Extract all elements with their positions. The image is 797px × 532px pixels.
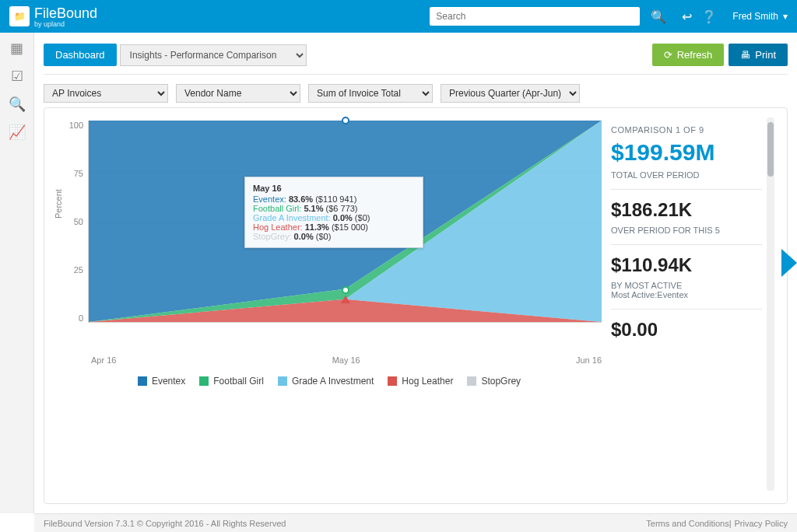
tooltip-row: Grade A Investment: 0.0% ($0) — [253, 213, 415, 222]
stat-label: TOTAL OVER PERIOD — [611, 170, 762, 180]
stat-detail: Most Active:Eventex — [611, 290, 762, 299]
data-point-marker[interactable] — [342, 286, 349, 294]
chart-column: Percent 100 75 50 25 0 — [57, 117, 602, 491]
search-icon[interactable]: 🔍 — [651, 9, 666, 24]
refresh-icon: ⟳ — [664, 49, 672, 61]
left-sidebar: ▦ ☑ 🔍 📈 — [0, 33, 34, 513]
print-icon: 🖶 — [740, 49, 750, 61]
brand: 📁 FileBound by upland — [9, 5, 97, 28]
stat-label: BY MOST ACTIVE — [611, 281, 762, 290]
chart-tooltip: May 16 Eventex: 83.6% ($110 941)Football… — [244, 177, 423, 248]
stat-value: $199.59M — [611, 139, 762, 166]
legend-item[interactable]: Hog Leather — [388, 376, 453, 387]
chevron-down-icon: ▾ — [783, 11, 788, 22]
plot[interactable]: May 16 Eventex: 83.6% ($110 941)Football… — [88, 121, 602, 323]
filter-period[interactable]: Previous Quarter (Apr-Jun) — [441, 84, 580, 103]
app-header: 📁 FileBound by upland 🔍 ↩ ❔ Fred Smith ▾ — [0, 0, 797, 33]
y-axis-label: Percent — [54, 189, 63, 219]
tooltip-row: Hog Leather: 11.3% ($15 000) — [253, 222, 415, 232]
comparison-header: COMPARISON 1 OF 9 — [611, 125, 762, 135]
legend: Eventex Football Girl Grade A Investment… — [57, 376, 602, 387]
sidebar-search-icon[interactable]: 🔍 — [8, 95, 26, 114]
scrollbar[interactable] — [767, 117, 774, 491]
x-axis: Apr 16 May 16 Jun 16 — [91, 355, 602, 365]
tooltip-row: Football Girl: 5.1% ($6 773) — [253, 204, 415, 213]
legend-item[interactable]: Grade A Investment — [278, 376, 374, 387]
print-button[interactable]: 🖶 Print — [729, 44, 788, 66]
y-axis: 100 75 50 25 0 — [57, 121, 88, 323]
tooltip-row: StopGrey: 0.0% ($0) — [253, 232, 415, 241]
scrollbar-thumb[interactable] — [767, 122, 774, 177]
search-wrap: 🔍 ↩ — [430, 7, 697, 26]
footer-copyright: FileBound Version 7.3.1 © Copyright 2016… — [44, 519, 286, 528]
dashboard-button[interactable]: Dashboard — [44, 44, 117, 66]
search-input[interactable] — [430, 7, 640, 26]
toolbar: Dashboard Insights - Performance Compari… — [44, 33, 788, 75]
stat-value: $186.21K — [611, 199, 762, 221]
sidebar-checkbox-icon[interactable]: ☑ — [8, 67, 26, 86]
stat-value: $0.00 — [611, 319, 762, 341]
legend-item[interactable]: Eventex — [138, 376, 185, 387]
filter-dataset[interactable]: AP Invoices — [44, 84, 168, 103]
stats: COMPARISON 1 OF 9 $199.59M TOTAL OVER PE… — [611, 117, 762, 491]
tooltip-title: May 16 — [253, 184, 415, 193]
legend-item[interactable]: Football Girl — [199, 376, 264, 387]
undo-icon[interactable]: ↩ — [682, 9, 692, 24]
brand-sub: by upland — [34, 20, 97, 28]
chart-area: Percent 100 75 50 25 0 — [57, 117, 602, 351]
data-point-marker[interactable] — [341, 296, 350, 303]
terms-link[interactable]: Terms and Conditions — [646, 519, 729, 528]
sidebar-chart-icon[interactable]: 📈 — [8, 123, 26, 142]
stat-label: OVER PERIOD FOR THIS 5 — [611, 226, 762, 235]
legend-item[interactable]: StopGrey — [467, 376, 521, 387]
data-point-marker[interactable] — [342, 117, 349, 124]
tooltip-row: Eventex: 83.6% ($110 941) — [253, 194, 415, 204]
filter-measure[interactable]: Sum of Invoice Total — [308, 84, 433, 103]
filter-dimension[interactable]: Vendor Name — [176, 84, 300, 103]
stats-column: COMPARISON 1 OF 9 $199.59M TOTAL OVER PE… — [611, 117, 774, 491]
view-select[interactable]: Insights - Performance Comparison — [120, 44, 307, 66]
user-name: Fred Smith — [732, 11, 778, 22]
chart-panel: Percent 100 75 50 25 0 — [44, 107, 788, 504]
privacy-link[interactable]: Privacy Policy — [735, 519, 788, 528]
sidebar-apps-icon[interactable]: ▦ — [8, 39, 26, 58]
brand-name: FileBound — [34, 5, 97, 22]
user-menu[interactable]: Fred Smith ▾ — [732, 11, 788, 22]
stat-value: $110.94K — [611, 254, 762, 276]
brand-icon: 📁 — [9, 6, 30, 26]
refresh-button[interactable]: ⟳ Refresh — [652, 44, 725, 66]
main-content: Dashboard Insights - Performance Compari… — [34, 33, 797, 513]
filter-row: AP Invoices Vendor Name Sum of Invoice T… — [44, 84, 788, 103]
footer: FileBound Version 7.3.1 © Copyright 2016… — [34, 513, 797, 532]
help-icon[interactable]: ❔ — [701, 9, 717, 24]
